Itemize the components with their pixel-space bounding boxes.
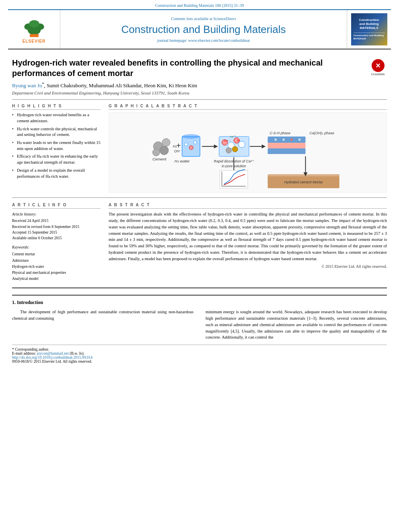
svg-text:OH⁻: OH⁻ [224,140,230,142]
svg-point-14 [185,143,188,146]
elsevier-tree-icon [18,16,50,38]
article-history: Article history: Received 24 April 2015 … [12,211,101,241]
introduction-section: 1. Introduction The development of high … [12,295,387,341]
issn-line: 0950-0618/© 2015 Elsevier Ltd. All right… [12,359,387,364]
keywords-section: Keywords: Cement mortar Admixture Hydrog… [12,244,101,282]
highlights-list: Hydrogen rich water revealed benefits as… [12,112,101,179]
keyword-2: Admixture [12,258,101,264]
keyword-3: Hydrogen-rich water [12,264,101,270]
first-author[interactable]: Byung wan Jo [12,82,42,88]
email-person: (B.w. Jo). [70,351,84,355]
highlight-item-1: Hydrogen rich water revealed benefits as… [12,112,101,124]
svg-text:H₂: H₂ [237,139,240,142]
svg-point-16 [193,141,197,144]
highlight-item-4: Efficacy of H₂ rich water in enhancing t… [12,154,101,165]
svg-text:Cement: Cement [152,157,167,161]
main-content: Hydrogen-rich water revealed benefits in… [0,49,399,372]
svg-point-4 [29,20,39,27]
journal-volume-link[interactable]: Construction and Building Materials 100 … [155,3,244,8]
corresponding-author: * Corresponding author. [12,347,387,351]
crossmark-label: CrossMark [371,73,385,76]
highlights-column: H I G H L I G H T S Hydrogen rich water … [12,104,101,193]
intro-title: Introduction [17,300,43,305]
intro-number: 1. [12,300,17,305]
journal-homepage[interactable]: journal homepage: www.elsevier.com/locat… [157,38,250,43]
page: Construction and Building Materials 100 … [0,0,399,532]
doi-link[interactable]: http://dx.doi.org/10.1016/j.conbuildmat.… [12,355,93,359]
crossmark-icon[interactable]: ✕ [372,59,385,72]
keywords-label: Keywords: [12,244,101,251]
svg-point-44 [282,139,285,141]
svg-point-45 [290,139,293,141]
divider-3 [12,288,387,288]
abstract-column: A B S T R A C T The present investigatio… [109,203,387,282]
highlights-label: H I G H L I G H T S [12,104,101,110]
abstract-text: The present investigation deals with the… [109,211,387,262]
svg-point-43 [274,139,277,141]
journal-cover-section: Constructionand BuildingMATERIALS Constr… [347,10,391,49]
footnote-section: * Corresponding author. E-mail address: … [12,345,387,364]
intro-left-col: The development of high performance and … [12,309,193,341]
intro-columns: The development of high performance and … [12,309,387,341]
top-journal-link[interactable]: Construction and Building Materials 100 … [0,0,399,9]
intro-heading: 1. Introduction [12,300,387,306]
cover-text: Construction ond Building MATERialS [354,33,385,41]
svg-text:Ca²⁺: Ca²⁺ [230,136,236,138]
svg-rect-41 [268,143,306,149]
doi-line: http://dx.doi.org/10.1016/j.conbuildmat.… [12,355,387,359]
elsevier-label: ELSEVIER [23,39,45,43]
article-title-section: Hydrogen-rich water revealed benefits in… [12,58,387,78]
keyword-1: Cement mortar [12,251,101,257]
divider-2 [12,197,387,198]
graphical-abstract-column: G R A P H I C A L A B S T R A C T Cement… [109,104,387,193]
contents-available-text: Contents lists available at ScienceDirec… [171,16,236,21]
affiliation: Department Civil and Environmental Engin… [12,90,387,95]
svg-point-7 [162,139,170,147]
email-address[interactable]: joycon@hanmail.net [37,351,69,355]
revised-date: Received in revised form 8 September 201… [12,224,101,230]
available-date: Available online 6 October 2015 [12,235,101,241]
svg-text:H₂ water: H₂ water [175,159,190,163]
intro-left-para: The development of high performance and … [12,309,193,322]
svg-point-15 [189,146,193,150]
svg-rect-48 [268,175,339,177]
email-label: E-mail address: [12,351,36,355]
keyword-5: Analytical model [12,276,101,282]
svg-marker-21 [214,145,218,149]
svg-point-27 [226,148,232,153]
article-info-column: A R T I C L E I N F O Article history: R… [12,203,101,282]
intro-right-para: minimum energy is sought around the worl… [206,309,387,341]
highlight-item-5: Design of a model to explain the overall… [12,168,101,179]
svg-point-46 [298,139,301,141]
svg-text:H₂: H₂ [173,144,177,148]
svg-point-8 [160,146,169,155]
divider-1 [12,99,387,100]
elsevier-logo-section: ELSEVIER [8,10,60,49]
svg-point-26 [239,142,245,148]
svg-rect-5 [30,34,39,37]
received-date: Received 24 April 2015 [12,218,101,224]
svg-marker-37 [262,145,266,149]
crossmark[interactable]: ✕ CrossMark [369,59,387,76]
highlight-item-3: H₂ water leads to set the cement finally… [12,140,101,152]
diagram-svg: Cement + H₂ OH⁻ H₂ water [109,113,387,192]
cover-title: Constructionand BuildingMATERIALS [359,18,379,30]
graphical-abstract-label: G R A P H I C A L A B S T R A C T [109,104,387,110]
article-title: Hydrogen-rich water revealed benefits in… [12,58,365,78]
authors-line: Byung wan Jo*, Sumit Chakraborty, Muhamm… [12,82,387,89]
svg-point-13 [182,134,200,139]
history-label: Article history: [12,211,101,217]
elsevier-logo: ELSEVIER [18,16,50,43]
graphical-abstract-diagram: Cement + H₂ OH⁻ H₂ water [109,112,387,193]
accepted-date: Accepted 15 September 2015 [12,230,101,235]
abstract-label: A B S T R A C T [109,203,387,209]
svg-rect-42 [268,148,306,154]
journal-header-center: Contents lists available at ScienceDirec… [60,10,347,49]
author-2: Sumit Chakraborty, Muhammad Ali Sikandar… [47,82,197,88]
intro-right-col: minimum energy is sought around the worl… [206,309,387,341]
keyword-4: Physical and mechanical properties [12,270,101,276]
highlight-item-2: H₂ rich water controls the physical, mec… [12,126,101,138]
copyright-line: © 2015 Elsevier Ltd. All rights reserved… [109,264,387,269]
svg-text:C-S-H phase: C-S-H phase [269,131,290,136]
journal-title: Construction and Building Materials [121,23,286,36]
